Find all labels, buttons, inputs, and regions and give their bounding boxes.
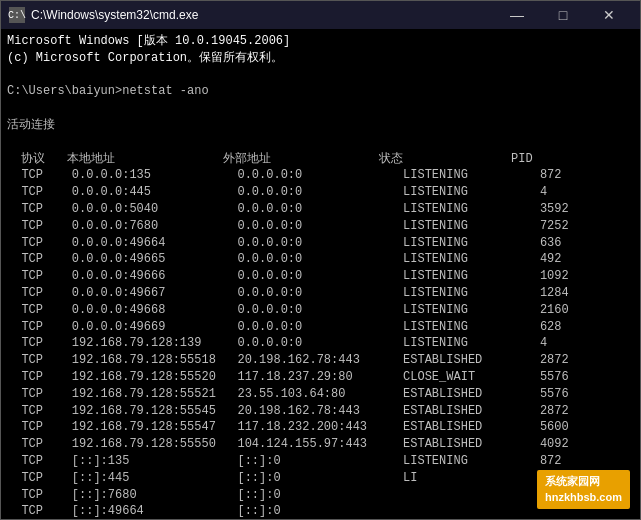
minimize-button[interactable]: —	[494, 1, 540, 29]
minimize-icon: —	[510, 8, 524, 22]
title-bar-buttons: — □ ✕	[494, 1, 632, 29]
netstat-row: TCP 192.168.79.128:55550 104.124.155.97:…	[7, 436, 634, 453]
cmd-window: C:\ C:\Windows\system32\cmd.exe — □ ✕ Mi…	[0, 0, 641, 520]
netstat-row: TCP 0.0.0.0:5040 0.0.0.0:0 LISTENING 359…	[7, 201, 634, 218]
section-title: 活动连接	[7, 117, 634, 134]
netstat-row: TCP 0.0.0.0:7680 0.0.0.0:0 LISTENING 725…	[7, 218, 634, 235]
netstat-row: TCP 192.168.79.128:55545 20.198.162.78:4…	[7, 403, 634, 420]
netstat-row: TCP 192.168.79.128:55518 20.198.162.78:4…	[7, 352, 634, 369]
netstat-rows: TCP 0.0.0.0:135 0.0.0.0:0 LISTENING 872 …	[7, 167, 634, 519]
netstat-row: TCP 192.168.79.128:55547 117.18.232.200:…	[7, 419, 634, 436]
header-line-1: Microsoft Windows [版本 10.0.19045.2006]	[7, 33, 634, 50]
maximize-button[interactable]: □	[540, 1, 586, 29]
blank-line-2	[7, 100, 634, 117]
col-header: 协议 本地地址 外部地址 状态 PID	[7, 151, 634, 168]
netstat-row: TCP 0.0.0.0:49667 0.0.0.0:0 LISTENING 12…	[7, 285, 634, 302]
blank-line-3	[7, 134, 634, 151]
close-button[interactable]: ✕	[586, 1, 632, 29]
title-bar: C:\ C:\Windows\system32\cmd.exe — □ ✕	[1, 1, 640, 29]
prompt-line: C:\Users\baiyun>netstat -ano	[7, 83, 634, 100]
blank-line-1	[7, 67, 634, 84]
netstat-row: TCP 192.168.79.128:55521 23.55.103.64:80…	[7, 386, 634, 403]
maximize-icon: □	[559, 8, 567, 22]
watermark-line1: 系统家园网	[545, 474, 622, 489]
watermark-line2: hnzkhbsb.com	[545, 490, 622, 505]
close-icon: ✕	[603, 8, 615, 22]
netstat-row: TCP 192.168.79.128:139 0.0.0.0:0 LISTENI…	[7, 335, 634, 352]
window-icon: C:\	[9, 7, 25, 23]
netstat-row: TCP [::]:135 [::]:0 LISTENING 872	[7, 453, 634, 470]
watermark: 系统家园网 hnzkhbsb.com	[537, 470, 630, 509]
netstat-row: TCP 192.168.79.128:55520 117.18.237.29:8…	[7, 369, 634, 386]
terminal-content[interactable]: Microsoft Windows [版本 10.0.19045.2006] (…	[1, 29, 640, 519]
netstat-row: TCP 0.0.0.0:49666 0.0.0.0:0 LISTENING 10…	[7, 268, 634, 285]
netstat-row: TCP 0.0.0.0:445 0.0.0.0:0 LISTENING 4	[7, 184, 634, 201]
netstat-row: TCP 0.0.0.0:49665 0.0.0.0:0 LISTENING 49…	[7, 251, 634, 268]
title-bar-text: C:\Windows\system32\cmd.exe	[31, 8, 494, 22]
netstat-row: TCP 0.0.0.0:49664 0.0.0.0:0 LISTENING 63…	[7, 235, 634, 252]
header-line-2: (c) Microsoft Corporation。保留所有权利。	[7, 50, 634, 67]
netstat-row: TCP 0.0.0.0:49668 0.0.0.0:0 LISTENING 21…	[7, 302, 634, 319]
netstat-row: TCP 0.0.0.0:49669 0.0.0.0:0 LISTENING 62…	[7, 319, 634, 336]
netstat-row: TCP 0.0.0.0:135 0.0.0.0:0 LISTENING 872	[7, 167, 634, 184]
